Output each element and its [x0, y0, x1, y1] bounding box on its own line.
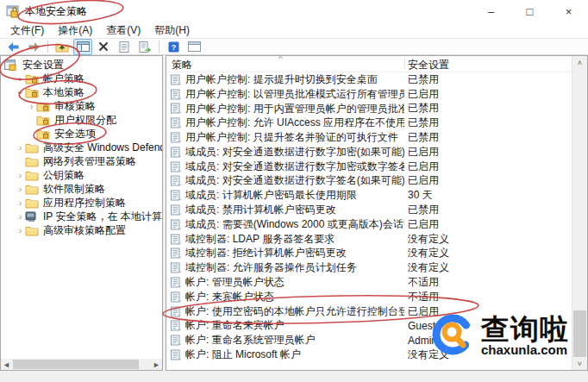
policy-name: 域控制器: LDAP 服务器签名要求	[185, 232, 404, 247]
tree-item-11[interactable]: ›IP 安全策略，在 本地计算机	[1, 210, 162, 223]
tree-item-label[interactable]: 软件限制策略	[43, 182, 105, 197]
menu-item-2[interactable]: 查看(V)	[99, 22, 147, 39]
folder-icon	[25, 197, 40, 209]
policy-scroll-icon	[170, 349, 182, 360]
policy-scroll-icon	[170, 89, 182, 100]
tree-item-label[interactable]: 网络列表管理器策略	[43, 154, 136, 169]
tree-item-12[interactable]: ›高级审核策略配置	[1, 223, 162, 237]
properties-icon[interactable]	[115, 39, 134, 55]
folder-icon	[25, 169, 40, 181]
list-row-7[interactable]: 域成员: 对安全通道数据进行数字签名(如果可能)已启用	[166, 174, 572, 189]
tree-item-4[interactable]: 用户权限分配	[1, 113, 162, 127]
tree-item-9[interactable]: ›软件限制策略	[1, 182, 162, 196]
tree-item-label[interactable]: 审核策略	[54, 99, 96, 114]
policy-name: 用户帐户控制: 允许 UIAccess 应用程序在不使用安全桌面...	[185, 116, 404, 130]
list-row-4[interactable]: 用户帐户控制: 只提升签名并验证的可执行文件已禁用	[166, 130, 572, 145]
list-row-1[interactable]: 用户帐户控制: 以管理员批准模式运行所有管理员已启用	[166, 87, 572, 102]
expander-collapsed-icon[interactable]: ›	[16, 185, 25, 194]
forward-icon[interactable]	[24, 39, 43, 55]
policy-scroll-icon	[170, 219, 182, 230]
tree-item-label[interactable]: 公钥策略	[43, 168, 84, 183]
back-icon[interactable]	[3, 39, 22, 55]
show-console-tree-icon[interactable]	[73, 39, 92, 55]
list-row-2[interactable]: 用户帐户控制: 用于内置管理员帐户的管理员批准模式已禁用	[166, 102, 572, 116]
tree-item-0[interactable]: 安全设置	[1, 58, 162, 72]
list-row-9[interactable]: 域成员: 禁用计算机帐户密码更改已禁用	[166, 203, 572, 217]
watermark-text: 查询啦 chaxunla.com	[481, 315, 569, 357]
folder-lock-icon	[36, 114, 51, 126]
tree-horizontal-scrollbar[interactable]: ◄ ►	[1, 359, 162, 370]
console-tree-panel: 安全设置›帐户策略›本地策略›审核策略用户权限分配安全选项›高级安全 Windo…	[0, 55, 163, 371]
expander-collapsed-icon[interactable]: ›	[27, 102, 36, 111]
policy-name: 用户帐户控制: 提示提升时切换到安全桌面	[185, 72, 404, 87]
folder-lock-icon	[36, 128, 51, 140]
list-row-0[interactable]: 用户帐户控制: 提示提升时切换到安全桌面已禁用	[166, 72, 572, 87]
tree-item-3[interactable]: ›审核策略	[1, 99, 162, 113]
tree-item-label[interactable]: 高级审核策略配置	[43, 223, 126, 238]
policy-name: 帐户: 重命名系统管理员帐户	[185, 333, 404, 348]
tree: 安全设置›帐户策略›本地策略›审核策略用户权限分配安全选项›高级安全 Windo…	[1, 58, 162, 358]
folder-icon	[25, 141, 40, 153]
security-setting-value: 已启用	[408, 87, 439, 102]
scroll-right-icon[interactable]: ►	[151, 359, 162, 370]
expander-collapsed-icon[interactable]: ›	[16, 198, 25, 208]
policy-scroll-icon	[170, 247, 182, 259]
list-row-6[interactable]: 域成员: 对安全通道数据进行数字加密或数字签名(始终)已启用	[166, 160, 572, 174]
security-setting-value: 已启用	[408, 173, 439, 188]
tree-item-10[interactable]: ›应用程序控制策略	[1, 196, 162, 210]
tree-item-label[interactable]: 安全设置	[22, 58, 64, 72]
up-one-level-icon[interactable]	[53, 39, 72, 55]
column-header-setting[interactable]: 安全设置	[408, 58, 449, 72]
maximize-button[interactable]: □	[510, 0, 549, 22]
list-row-11[interactable]: 域控制器: LDAP 服务器签名要求没有定义	[166, 232, 572, 247]
new-window-icon[interactable]	[185, 39, 203, 55]
tree-item-label[interactable]: 高级安全 Windows Defender 防火墙	[43, 141, 162, 155]
policy-name: 帐户: 使用空密码的本地帐户只允许进行控制台登录	[185, 304, 404, 319]
tree-item-5[interactable]: 安全选项	[1, 127, 162, 141]
help-icon[interactable]: ?	[164, 39, 183, 55]
list-row-12[interactable]: 域控制器: 拒绝计算机帐户密码更改没有定义	[166, 247, 572, 261]
column-divider[interactable]	[404, 58, 405, 70]
menu-item-1[interactable]: 操作(A)	[51, 22, 99, 39]
folder-icon	[25, 224, 40, 236]
expander-collapsed-icon[interactable]: ›	[16, 143, 25, 153]
expander-collapsed-icon[interactable]: ›	[16, 212, 25, 222]
policy-name: 帐户: 阻止 Microsoft 帐户	[185, 348, 404, 362]
list-row-10[interactable]: 域成员: 需要强(Windows 2000 或更高版本)会话密钥已启用	[166, 217, 572, 232]
menu-item-0[interactable]: 文件(F)	[3, 22, 51, 39]
expander-collapsed-icon[interactable]: ›	[16, 74, 25, 84]
policy-scroll-icon	[170, 147, 182, 158]
expander-expanded-icon[interactable]: ›	[16, 88, 25, 97]
policy-name: 域控制器: 拒绝计算机帐户密码更改	[185, 246, 404, 260]
list-row-14[interactable]: 帐户: 管理员帐户状态不适用	[166, 275, 572, 290]
tree-item-1[interactable]: ›帐户策略	[1, 72, 162, 85]
list-row-3[interactable]: 用户帐户控制: 允许 UIAccess 应用程序在不使用安全桌面...已禁用	[166, 116, 572, 130]
tree-item-label[interactable]: IP 安全策略，在 本地计算机	[43, 210, 162, 224]
policy-name: 域成员: 对安全通道数据进行数字加密或数字签名(始终)	[185, 160, 404, 174]
scroll-up-icon[interactable]: ˄	[572, 56, 587, 69]
delete-icon[interactable]	[94, 39, 113, 55]
horizontal-scroll-thumb[interactable]	[13, 360, 139, 369]
security-setting-value: 30 天	[408, 188, 433, 203]
tree-item-label[interactable]: 安全选项	[54, 127, 96, 141]
minimize-button[interactable]: –	[472, 0, 510, 22]
tree-item-label[interactable]: 用户权限分配	[54, 113, 116, 128]
tree-item-label[interactable]: 应用程序控制策略	[43, 196, 126, 210]
tree-item-label[interactable]: 本地策略	[43, 85, 84, 100]
list-row-8[interactable]: 域成员: 计算机帐户密码最长使用期限30 天	[166, 188, 572, 203]
list-row-5[interactable]: 域成员: 对安全通道数据进行数字加密(如果可能)已启用	[166, 145, 572, 160]
policy-scroll-icon	[170, 320, 182, 331]
scroll-left-icon[interactable]: ◄	[1, 359, 12, 370]
menu-item-3[interactable]: 帮助(H)	[147, 22, 197, 39]
expander-collapsed-icon[interactable]: ›	[16, 171, 25, 180]
column-header-policy[interactable]: 策略	[172, 58, 192, 72]
expander-collapsed-icon[interactable]: ›	[16, 226, 25, 235]
tree-item-8[interactable]: ›公钥策略	[1, 168, 162, 182]
tree-item-6[interactable]: ›高级安全 Windows Defender 防火墙	[1, 141, 162, 154]
tree-item-7[interactable]: 网络列表管理器策略	[1, 154, 162, 168]
tree-item-2[interactable]: ›本地策略	[1, 85, 162, 99]
export-list-icon[interactable]	[135, 39, 154, 55]
close-button[interactable]: ×	[549, 0, 588, 22]
tree-item-label[interactable]: 帐户策略	[43, 72, 84, 86]
list-row-13[interactable]: 域控制器: 允许服务器操作员计划任务没有定义	[166, 260, 572, 275]
